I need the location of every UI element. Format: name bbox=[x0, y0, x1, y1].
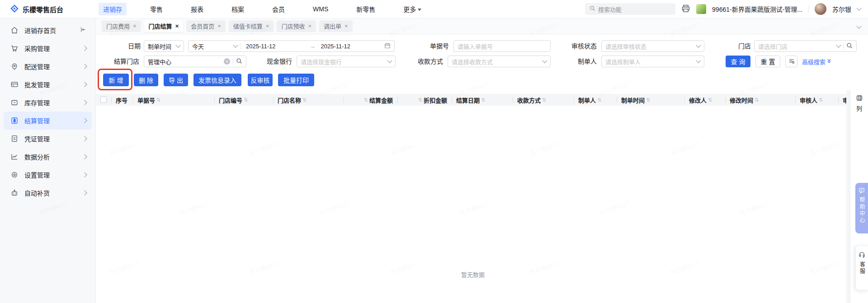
menu-item-report[interactable]: 报表 bbox=[186, 3, 208, 15]
sort-icon[interactable]: ⇅ bbox=[244, 97, 248, 103]
column-header-auditor[interactable]: 审核人⇅ bbox=[795, 94, 838, 106]
order-no-input[interactable]: 请输入单据号 bbox=[453, 40, 551, 52]
sort-icon[interactable]: ⇅ bbox=[708, 97, 712, 103]
menu-item-member[interactable]: 会员 bbox=[268, 3, 289, 15]
sidebar-item-inventory[interactable]: 库存管理 bbox=[4, 93, 92, 112]
sidebar-item-home[interactable]: 进销存首页 bbox=[4, 21, 92, 39]
tab-store-precollect[interactable]: 门店预收× bbox=[277, 20, 316, 32]
date-to-value[interactable]: 2025-11-12 bbox=[318, 43, 382, 50]
cash-bank-select[interactable]: 请选择现金银行 bbox=[297, 56, 396, 67]
sort-icon[interactable]: ⇅ bbox=[418, 97, 422, 103]
tab-store-settlement[interactable]: 门店结算× bbox=[144, 20, 184, 32]
sidebar-item-wholesale[interactable]: 批发管理 bbox=[4, 75, 92, 93]
menu-item-wms[interactable]: WMS bbox=[308, 4, 333, 14]
calendar-icon[interactable] bbox=[384, 42, 391, 50]
column-header-store-code[interactable]: 门店编号⇅ bbox=[214, 94, 273, 106]
delete-button[interactable]: 删 除 bbox=[134, 74, 158, 86]
divider bbox=[843, 43, 844, 50]
invoice-entry-button[interactable]: 发票信息录入 bbox=[193, 74, 241, 86]
chat-bubble-icon bbox=[859, 187, 865, 195]
sort-icon[interactable]: ⇅ bbox=[755, 97, 759, 103]
column-header-settle-date[interactable]: 结算日期⇅ bbox=[452, 94, 513, 106]
column-header-make-time[interactable]: 制单时间⇅ bbox=[617, 94, 684, 106]
column-config-button[interactable]: 列 bbox=[850, 90, 868, 112]
maker-select[interactable]: 请选择制单人 bbox=[601, 56, 704, 67]
customer-service-tab[interactable]: 客服 bbox=[855, 245, 868, 290]
sort-icon[interactable]: ⇅ bbox=[302, 97, 307, 103]
menu-item-retail[interactable]: 零售 bbox=[146, 3, 167, 15]
help-center-tab[interactable]: 帮助中心 bbox=[855, 183, 868, 233]
sort-icon[interactable]: ⇅ bbox=[819, 97, 823, 103]
column-header-discount-amount[interactable]: ⇅折扣金额 bbox=[397, 94, 452, 106]
query-button[interactable]: 查 询 bbox=[726, 56, 750, 67]
chevron-down-icon[interactable] bbox=[856, 5, 861, 10]
advanced-search-link[interactable]: 高级搜索 bbox=[802, 56, 831, 67]
date-type-select[interactable]: 制单时间 bbox=[144, 40, 184, 52]
column-header-maker[interactable]: 制单人⇅ bbox=[574, 94, 617, 106]
chevron-down-icon bbox=[387, 58, 392, 63]
collapse-sidebar-icon[interactable] bbox=[80, 26, 86, 34]
date-from-value[interactable]: 2025-11-12 bbox=[243, 43, 307, 50]
sidebar-item-settings[interactable]: 设置管理 bbox=[4, 166, 92, 184]
batch-print-button[interactable]: 批量打印 bbox=[278, 74, 314, 86]
tab-close-icon[interactable]: × bbox=[266, 23, 269, 29]
sidebar-item-voucher[interactable]: 凭证管理 bbox=[4, 130, 92, 148]
sidebar-item-settlement[interactable]: $ 结算管理 bbox=[4, 112, 92, 130]
export-button[interactable]: 导 出 bbox=[164, 74, 188, 86]
voucher-icon bbox=[10, 134, 19, 143]
clear-icon[interactable]: × bbox=[224, 58, 230, 65]
unaudit-button[interactable]: 反审核 bbox=[248, 74, 273, 86]
chevron-down-icon bbox=[696, 58, 701, 63]
menu-item-purchase-sale-stock[interactable]: 进销存 bbox=[99, 3, 127, 15]
tab-member-home[interactable]: 会员首页× bbox=[186, 20, 226, 32]
column-header-order-no[interactable]: 单据号⇅ bbox=[133, 94, 214, 106]
pay-method-select[interactable]: 请选择收款方式 bbox=[448, 56, 551, 67]
column-header-store-name[interactable]: 门店名称⇅ bbox=[273, 94, 343, 106]
tab-transfer-out[interactable]: 调出单× bbox=[319, 20, 353, 32]
printer-icon[interactable] bbox=[681, 4, 690, 14]
add-button[interactable]: 新 增 bbox=[103, 74, 129, 86]
column-header-settle-amount[interactable]: ⇅结算金额 bbox=[343, 94, 397, 106]
filter-scheme-button[interactable] bbox=[785, 56, 797, 67]
store-search-icon[interactable] bbox=[846, 42, 853, 50]
tab-close-icon[interactable]: × bbox=[344, 23, 348, 29]
headset-icon bbox=[859, 251, 865, 259]
tab-close-icon[interactable]: × bbox=[217, 23, 221, 29]
reset-button[interactable]: 重 置 bbox=[755, 56, 780, 67]
column-header-pay-method[interactable]: 收款方式⇅ bbox=[513, 94, 574, 106]
sort-icon[interactable]: ⇅ bbox=[646, 97, 650, 103]
sidebar-item-delivery[interactable]: 配送管理 bbox=[4, 57, 92, 75]
menu-item-new-retail[interactable]: 新零售 bbox=[352, 3, 380, 15]
vertical-scrollbar[interactable] bbox=[846, 90, 850, 303]
sort-icon[interactable]: ⇅ bbox=[597, 97, 601, 103]
tab-close-icon[interactable]: × bbox=[308, 23, 311, 29]
audit-status-select[interactable]: 请选择审核状态 bbox=[601, 40, 704, 52]
sidebar-item-auto-replenish[interactable]: 自动补货 bbox=[4, 184, 92, 202]
sidebar-item-procurement[interactable]: 采购管理 bbox=[4, 39, 92, 57]
column-header-modify-time[interactable]: 修改时间⇅ bbox=[725, 94, 795, 106]
tab-close-icon[interactable]: × bbox=[175, 23, 179, 29]
global-search-input[interactable]: 搜索功能 bbox=[585, 3, 675, 15]
column-header-modifier[interactable]: 修改人⇅ bbox=[684, 94, 725, 106]
sidebar-item-analytics[interactable]: 数据分析 bbox=[4, 148, 92, 166]
store-select[interactable]: 请选择门店 bbox=[754, 40, 857, 52]
user-avatar[interactable] bbox=[815, 3, 826, 15]
date-range-picker[interactable]: 今天 2025-11-12 → 2025-11-12 bbox=[188, 40, 395, 52]
select-all-checkbox[interactable] bbox=[96, 94, 111, 106]
settle-store-input[interactable]: 管理中心 × bbox=[144, 56, 246, 67]
tab-store-expense[interactable]: 门店费用× bbox=[102, 20, 141, 32]
menu-item-archive[interactable]: 档案 bbox=[227, 3, 249, 15]
chevron-right-icon bbox=[82, 46, 87, 51]
tab-list-chevron-icon[interactable] bbox=[856, 23, 861, 28]
date-label: 日期 bbox=[121, 40, 141, 52]
menu-item-more[interactable]: 更多 bbox=[399, 3, 426, 15]
sort-icon[interactable]: ⇅ bbox=[156, 97, 160, 103]
tab-stored-card-settlement[interactable]: 储值卡结算× bbox=[229, 20, 274, 32]
sort-icon[interactable]: ⇅ bbox=[542, 97, 546, 103]
tab-close-icon[interactable]: × bbox=[133, 23, 137, 29]
sort-icon[interactable]: ⇅ bbox=[481, 97, 485, 103]
arrow-right-icon: → bbox=[310, 43, 316, 50]
sort-icon[interactable]: ⇅ bbox=[364, 97, 368, 103]
settle-store-search-icon[interactable] bbox=[236, 58, 242, 65]
user-name[interactable]: 苏尔银 bbox=[832, 5, 851, 14]
